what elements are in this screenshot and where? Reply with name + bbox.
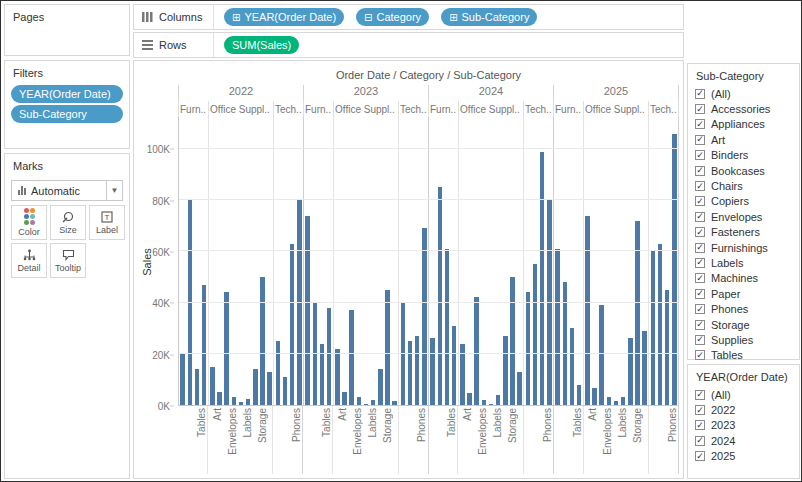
bar-2024-labels[interactable] [496, 395, 501, 405]
checkbox-checked[interactable]: ✓ [695, 181, 705, 191]
checkbox-checked[interactable]: ✓ [695, 289, 705, 299]
bar-2023-art[interactable] [342, 392, 347, 405]
bar-2024-binders[interactable] [474, 297, 479, 405]
bar-2023-tables[interactable] [327, 308, 332, 405]
checkbox-checked[interactable]: ✓ [695, 150, 705, 160]
bar-2023-supplies[interactable] [392, 401, 397, 405]
bar-2025-copiers[interactable] [658, 244, 663, 405]
subcategory-filter-item-bookcases[interactable]: ✓Bookcases [695, 163, 795, 178]
bar-2024-envelopes[interactable] [482, 400, 487, 405]
subcategory-filter-item-phones[interactable]: ✓Phones [695, 301, 795, 316]
tooltip-button[interactable]: Tooltip [50, 243, 86, 278]
bar-2025-machines[interactable] [665, 290, 670, 405]
bar-2025-chairs[interactable] [563, 282, 568, 405]
bar-2023-storage[interactable] [385, 290, 390, 405]
bar-2023-fasteners[interactable] [364, 404, 369, 405]
bar-2025-tables[interactable] [577, 385, 582, 405]
bar-2023-binders[interactable] [349, 310, 354, 405]
bar-2025-fasteners[interactable] [614, 401, 619, 405]
bar-2023-copiers[interactable] [408, 341, 413, 405]
bar-2023-appliances[interactable] [335, 349, 340, 405]
subcategory-filter-item-tables[interactable]: ✓Tables [695, 348, 795, 363]
checkbox-checked[interactable]: ✓ [695, 304, 705, 314]
category-header-furniture[interactable]: Furn.. [554, 101, 584, 117]
bar-2022-supplies[interactable] [267, 372, 272, 405]
bar-2022-furnishings[interactable] [195, 369, 200, 405]
filter-pill-year-order-date-[interactable]: YEAR(Order Date) [11, 85, 123, 103]
subcategory-filter-item-fasteners[interactable]: ✓Fasteners [695, 225, 795, 240]
bar-2025-supplies[interactable] [642, 331, 647, 405]
bar-2025-paper[interactable] [628, 338, 633, 405]
filter-pill-sub-category[interactable]: Sub-Category [11, 105, 123, 123]
expand-icon[interactable]: ⊞ [232, 12, 240, 23]
bar-2025-envelopes[interactable] [607, 397, 612, 405]
bar-2022-labels[interactable] [246, 399, 251, 405]
checkbox-checked[interactable]: ✓ [695, 420, 705, 430]
color-button[interactable]: Color [11, 205, 47, 240]
bar-2023-labels[interactable] [371, 400, 376, 405]
category-header-furniture[interactable]: Furn.. [178, 101, 209, 117]
rows-pill-sum-sales-[interactable]: SUM(Sales) [224, 36, 299, 54]
subcategory-filter-item-binders[interactable]: ✓Binders [695, 148, 795, 163]
subcategory-filter-item-supplies[interactable]: ✓Supplies [695, 332, 795, 347]
category-header-office-supplies[interactable]: Office Suppl.. [334, 101, 399, 117]
bar-2022-storage[interactable] [260, 277, 265, 405]
chevron-down-icon[interactable]: ▼ [106, 181, 122, 200]
checkbox-checked[interactable]: ✓ [695, 227, 705, 237]
year-header-2025[interactable]: 2025 [554, 85, 679, 101]
bar-2025-art[interactable] [592, 388, 597, 405]
rows-shelf[interactable]: Rows SUM(Sales) [133, 32, 684, 58]
category-header-furniture[interactable]: Furn.. [429, 101, 459, 117]
bar-2022-appliances[interactable] [210, 367, 215, 405]
checkbox-checked[interactable]: ✓ [695, 451, 705, 461]
bar-2024-chairs[interactable] [438, 187, 443, 405]
year-filter-item-2023[interactable]: ✓2023 [695, 418, 795, 433]
bar-2025-appliances[interactable] [585, 216, 590, 405]
category-header-technology[interactable]: Tech.. [524, 101, 554, 117]
expand-icon[interactable]: ⊞ [449, 12, 457, 23]
checkbox-checked[interactable]: ✓ [695, 166, 705, 176]
bar-2023-paper[interactable] [378, 369, 383, 405]
bar-2025-accessories[interactable] [651, 251, 656, 405]
bar-2025-labels[interactable] [621, 397, 626, 405]
category-header-office-supplies[interactable]: Office Suppl.. [584, 101, 649, 117]
subcategory-filter-item--all-[interactable]: ✓(All) [695, 86, 795, 101]
subcategory-filter-item-labels[interactable]: ✓Labels [695, 255, 795, 270]
bar-2024-furnishings[interactable] [445, 249, 450, 405]
label-button[interactable]: TLabel [89, 205, 125, 240]
bar-2024-bookcases[interactable] [430, 338, 435, 405]
checkbox-checked[interactable]: ✓ [695, 258, 705, 268]
checkbox-checked[interactable]: ✓ [695, 350, 705, 360]
bar-2025-furnishings[interactable] [570, 328, 575, 405]
checkbox-checked[interactable]: ✓ [695, 212, 705, 222]
checkbox-checked[interactable]: ✓ [695, 320, 705, 330]
year-header-2023[interactable]: 2023 [304, 85, 429, 101]
size-button[interactable]: Size [50, 205, 86, 240]
year-filter-item--all-[interactable]: ✓(All) [695, 387, 795, 402]
bar-2022-binders[interactable] [224, 292, 229, 405]
bar-2022-accessories[interactable] [276, 341, 281, 405]
checkbox-checked[interactable]: ✓ [695, 335, 705, 345]
bar-2024-fasteners[interactable] [489, 404, 494, 405]
detail-button[interactable]: Detail [11, 243, 47, 278]
bar-2025-bookcases[interactable] [555, 249, 560, 405]
pages-shelf[interactable]: Pages [4, 4, 130, 56]
subcategory-filter-item-chairs[interactable]: ✓Chairs [695, 178, 795, 193]
bar-2022-envelopes[interactable] [232, 397, 237, 405]
category-header-office-supplies[interactable]: Office Suppl.. [209, 101, 274, 117]
bar-2023-envelopes[interactable] [357, 397, 362, 405]
subcategory-filter-item-paper[interactable]: ✓Paper [695, 286, 795, 301]
collapse-icon[interactable]: ⊟ [364, 12, 372, 23]
bar-2025-binders[interactable] [599, 305, 604, 405]
category-header-technology[interactable]: Tech.. [274, 101, 304, 117]
bar-2022-copiers[interactable] [283, 377, 288, 405]
category-header-technology[interactable]: Tech.. [399, 101, 429, 117]
bar-2025-storage[interactable] [635, 221, 640, 405]
category-header-technology[interactable]: Tech.. [649, 101, 679, 117]
columns-shelf[interactable]: Columns ⊞YEAR(Order Date)⊟Category⊞Sub-C… [133, 4, 684, 30]
year-filter-item-2024[interactable]: ✓2024 [695, 433, 795, 448]
subcategory-filter-item-envelopes[interactable]: ✓Envelopes [695, 209, 795, 224]
bar-2024-supplies[interactable] [517, 372, 522, 405]
bar-2024-copiers[interactable] [533, 264, 538, 405]
year-filter-item-2025[interactable]: ✓2025 [695, 449, 795, 464]
